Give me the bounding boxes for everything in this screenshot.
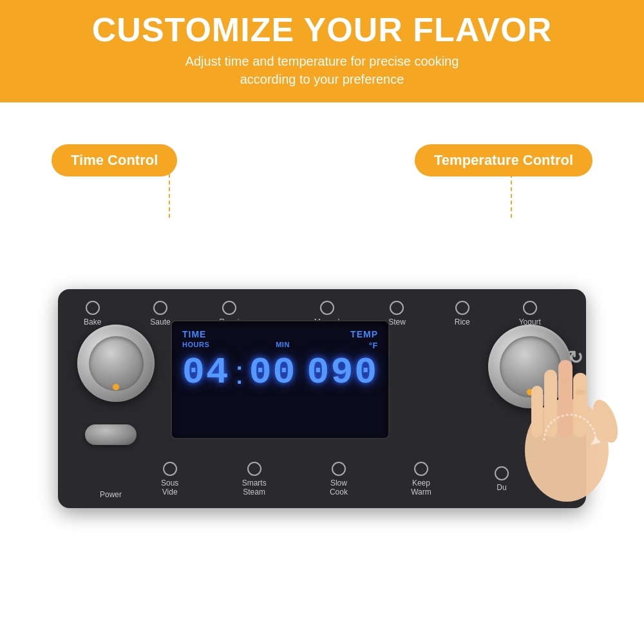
mode-bake[interactable]: Bake — [84, 301, 101, 327]
device-panel: Bake Saute Roast Manual Stew Rice — [58, 289, 586, 508]
mode-sous-vide[interactable]: Sous Vide — [161, 462, 178, 497]
mode-circle-sous-vide — [163, 462, 177, 476]
mode-label-bake: Bake — [84, 317, 101, 327]
mode-stew[interactable]: Stew — [388, 301, 406, 327]
time-control-label: Time Control — [52, 144, 177, 176]
mode-circle-rice — [455, 301, 469, 315]
lcd-hours-value: 04 — [182, 354, 230, 392]
lcd-temp-label: TEMP — [350, 329, 378, 339]
svg-point-5 — [588, 397, 621, 446]
mode-circle-yogurt — [523, 301, 537, 315]
temperature-control-knob[interactable] — [488, 325, 572, 408]
lcd-sublabels: HOURS MIN °F — [182, 341, 378, 350]
knob-inner-right — [500, 336, 561, 397]
mode-rice[interactable]: Rice — [455, 301, 470, 327]
main-title: CUSTOMIZE YOUR FLAVOR — [13, 12, 631, 48]
bottom-mode-buttons: Sous Vide Smarts Steam Slow Cook Keep Wa… — [161, 462, 560, 497]
lcd-header: TIME TEMP — [182, 329, 378, 339]
mode-circle-keep-warm — [414, 462, 428, 476]
mode-label-keep-warm: Keep Warm — [411, 478, 431, 497]
lcd-mins-value: 00 — [249, 354, 297, 392]
mode-label-smarts-steam: Smarts Steam — [242, 478, 267, 497]
mode-yogurt[interactable]: Yogurt — [519, 301, 541, 327]
mode-label-sous-vide: Sous Vide — [161, 478, 178, 497]
lcd-temp-value: 090 — [307, 354, 378, 392]
temperature-control-label: Temperature Control — [415, 144, 592, 176]
lcd-min-label: MIN — [276, 341, 290, 350]
mode-circle-slow-cook — [332, 462, 346, 476]
power-label: Power — [85, 490, 137, 499]
mode-label-saute: Saute — [150, 317, 170, 327]
mode-saute[interactable]: Saute — [150, 301, 170, 327]
svg-point-6 — [575, 390, 585, 395]
mode-circle-du — [495, 466, 509, 480]
lcd-colon: : — [235, 359, 244, 388]
mode-label-slow-cook: Slow Cook — [330, 478, 348, 497]
mode-circle-bake — [86, 301, 100, 315]
power-button[interactable] — [85, 424, 137, 445]
mode-keep-warm[interactable]: Keep Warm — [411, 462, 431, 497]
lcd-digits: 04 : 00 090 — [182, 354, 378, 392]
mode-circle-manual — [320, 301, 334, 315]
lcd-hours-label: HOURS — [182, 341, 209, 350]
svg-marker-8 — [591, 437, 601, 445]
mode-slow-cook[interactable]: Slow Cook — [330, 462, 348, 497]
mode-circle-roast — [222, 301, 236, 315]
mode-label-stew: Stew — [388, 317, 406, 327]
rotation-arrow-icon: ↻ — [568, 347, 583, 368]
label-area: Time Control Temperature Control — [0, 102, 644, 218]
mode-smarts-steam[interactable]: Smarts Steam — [242, 462, 267, 497]
top-banner: CUSTOMIZE YOUR FLAVOR Adjust time and te… — [0, 0, 644, 102]
lcd-time-label: TIME — [182, 329, 206, 339]
lcd-deg-label: °F — [369, 341, 378, 350]
knob-inner-left — [89, 336, 144, 391]
svg-rect-1 — [573, 373, 587, 437]
mode-circle-saute — [153, 301, 167, 315]
time-control-knob[interactable] — [77, 325, 155, 402]
device-wrapper: Bake Saute Roast Manual Stew Rice — [0, 218, 644, 579]
mode-du[interactable]: Du — [495, 466, 509, 492]
mode-circle-stew — [390, 301, 404, 315]
subtitle: Adjust time and temperature for precise … — [13, 52, 631, 88]
lcd-display: TIME TEMP HOURS MIN °F 04 : 00 090 — [171, 320, 390, 439]
mode-label-rice: Rice — [455, 317, 470, 327]
mode-label-du: Du — [497, 483, 506, 492]
mode-circle-smarts-steam — [247, 462, 261, 476]
